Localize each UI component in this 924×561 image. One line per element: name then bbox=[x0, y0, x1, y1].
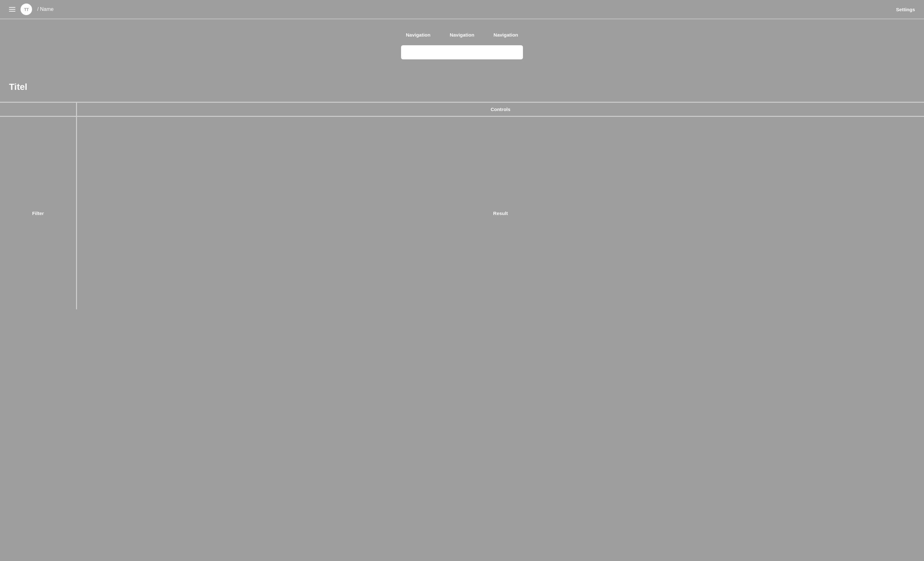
nav-link-2[interactable]: Navigation bbox=[450, 32, 474, 38]
content-row: Filter Result bbox=[0, 117, 924, 309]
titel-section: Titel bbox=[0, 75, 924, 102]
controls-right: Controls bbox=[77, 103, 924, 116]
result-panel: Result bbox=[77, 117, 924, 309]
search-input[interactable] bbox=[401, 45, 523, 59]
logo: TT bbox=[21, 3, 32, 15]
breadcrumb-separator: / bbox=[37, 6, 39, 12]
filter-label: Filter bbox=[32, 210, 44, 216]
breadcrumb: / Name bbox=[37, 6, 54, 12]
nav-link-1[interactable]: Navigation bbox=[406, 32, 430, 38]
logo-text: TT bbox=[24, 7, 28, 12]
result-label: Result bbox=[493, 210, 508, 216]
settings-button[interactable]: Settings bbox=[896, 7, 915, 12]
main-area: Controls Filter Result bbox=[0, 102, 924, 309]
header-left: TT / Name bbox=[9, 3, 54, 15]
hamburger-menu-icon[interactable] bbox=[9, 7, 15, 12]
controls-left-empty bbox=[0, 103, 77, 116]
header: TT / Name Settings bbox=[0, 0, 924, 19]
controls-label: Controls bbox=[490, 106, 510, 112]
breadcrumb-name: Name bbox=[40, 6, 54, 12]
filter-panel: Filter bbox=[0, 117, 77, 309]
nav-link-3[interactable]: Navigation bbox=[494, 32, 518, 38]
controls-bar: Controls bbox=[0, 103, 924, 117]
titel-heading: Titel bbox=[9, 82, 915, 92]
hero-section: Navigation Navigation Navigation bbox=[0, 19, 924, 75]
navigation-bar: Navigation Navigation Navigation bbox=[406, 32, 518, 38]
